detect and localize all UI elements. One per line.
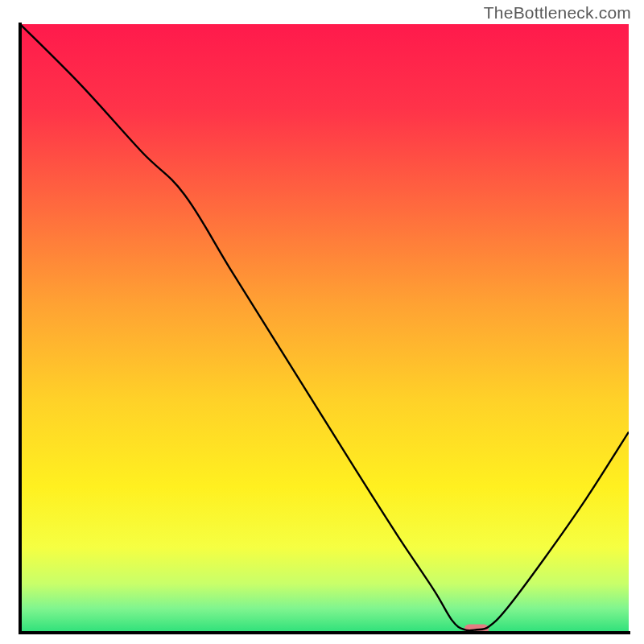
bottleneck-chart (0, 0, 644, 644)
chart-container: TheBottleneck.com (0, 0, 644, 644)
watermark: TheBottleneck.com (484, 3, 631, 23)
gradient-background (20, 24, 629, 633)
